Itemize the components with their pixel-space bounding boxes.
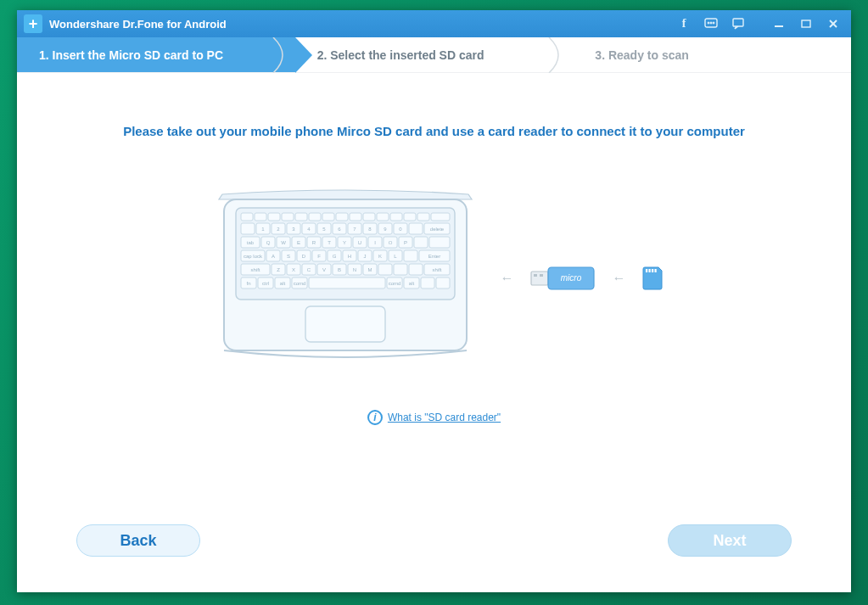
card-reader-label: micro [560,273,581,283]
svg-text:N: N [352,267,356,272]
svg-rect-134 [531,272,548,285]
svg-text:A: A [271,254,274,259]
svg-rect-24 [417,213,429,221]
svg-text:G: G [332,254,336,259]
next-button[interactable]: Next [668,524,792,557]
card-reader-icon: micro [529,263,597,294]
back-button[interactable]: Back [76,524,200,557]
svg-rect-138 [646,269,647,272]
svg-text:fn: fn [246,281,250,286]
titlebar[interactable]: Wondershare Dr.Fone for Android f [17,10,851,37]
svg-text:O: O [388,240,392,245]
svg-text:H: H [347,254,350,259]
svg-text:Z: Z [277,267,280,272]
svg-rect-17 [322,213,334,221]
illustration-row: 1234567890delete tabQWERTYUIOP cap lockA… [51,189,817,367]
svg-text:P: P [403,240,406,245]
svg-rect-136 [540,274,543,277]
svg-text:ctrl: ctrl [262,281,269,286]
svg-rect-62 [404,250,417,261]
svg-point-3 [713,22,714,24]
svg-text:K: K [378,254,381,259]
svg-rect-12 [255,213,266,221]
app-window: Wondershare Dr.Fone for Android f 1. Ins… [17,10,851,592]
svg-rect-16 [309,213,321,221]
feedback-icon[interactable] [731,16,746,31]
step-1-insert-sd[interactable]: 1. Insert the Micro SD card to PC [17,37,295,72]
help-link-sd-reader[interactable]: What is "SD card reader" [388,412,501,423]
svg-text:C: C [306,267,311,272]
svg-rect-139 [648,269,650,272]
svg-rect-83 [421,277,434,288]
button-label: Back [120,532,156,550]
svg-text:X: X [291,267,294,272]
svg-text:J: J [363,254,366,259]
message-icon[interactable] [703,16,719,31]
svg-text:shift: shift [432,267,441,272]
svg-text:tab: tab [246,240,254,245]
svg-rect-14 [282,213,294,221]
svg-point-2 [710,22,712,24]
svg-rect-135 [534,274,537,277]
svg-rect-73 [394,264,407,275]
app-logo-icon [24,14,42,33]
arrow-left-icon: ← [501,271,514,286]
footer-buttons: Back Next [17,524,851,557]
help-link-row: i What is "SD card reader" [51,410,817,425]
svg-rect-50 [414,237,428,248]
svg-rect-26 [241,223,255,234]
titlebar-system-icons: f [676,16,844,31]
close-icon[interactable] [826,16,841,31]
svg-text:comd: comd [388,281,400,286]
svg-text:F: F [317,254,321,259]
svg-text:M: M [367,267,372,272]
svg-point-1 [708,22,709,24]
svg-rect-6 [802,20,810,27]
svg-rect-20 [363,213,375,221]
step-2-select-sd[interactable]: 2. Select the inserted SD card [295,37,574,72]
svg-rect-22 [390,213,402,221]
svg-rect-51 [429,237,450,248]
svg-rect-13 [268,213,280,221]
svg-rect-141 [654,269,656,272]
info-icon: i [367,410,383,425]
svg-rect-140 [652,269,653,272]
svg-text:Q: Q [266,240,270,245]
svg-rect-21 [377,213,389,221]
facebook-icon[interactable]: f [676,16,692,31]
svg-rect-19 [350,213,361,221]
svg-text:comd: comd [293,281,305,286]
svg-text:V: V [322,267,325,272]
svg-text:T: T [328,240,331,245]
svg-text:Y: Y [342,240,345,245]
button-label: Next [713,532,746,550]
svg-text:B: B [337,267,340,272]
svg-text:U: U [357,240,361,245]
svg-rect-23 [404,213,416,221]
svg-text:alt: alt [408,281,414,286]
svg-text:cap lock: cap lock [243,254,262,259]
main-content: Please take out your mobile phone Mirco … [17,73,851,434]
maximize-icon[interactable] [798,16,814,31]
svg-rect-25 [431,213,450,221]
svg-text:shift: shift [250,267,260,272]
svg-rect-74 [409,264,423,275]
minimize-icon[interactable] [771,16,787,31]
svg-text:R: R [311,240,316,245]
svg-text:delete: delete [429,227,444,232]
sd-card-icon [641,266,664,291]
svg-text:Enter: Enter [428,254,440,259]
svg-text:D: D [301,254,305,259]
svg-rect-37 [409,223,423,234]
instruction-text: Please take out your mobile phone Mirco … [51,124,817,138]
svg-rect-80 [309,277,385,288]
svg-text:S: S [286,254,289,259]
step-3-ready-scan[interactable]: 3. Ready to scan [573,37,851,72]
step-label: 1. Insert the Micro SD card to PC [39,48,223,62]
svg-rect-84 [436,277,450,288]
laptop-icon: 1234567890delete tabQWERTYUIOP cap lockA… [205,189,485,367]
svg-rect-72 [378,264,392,275]
step-label: 3. Ready to scan [595,48,689,62]
step-label: 2. Select the inserted SD card [317,48,484,62]
svg-text:E: E [296,240,300,245]
